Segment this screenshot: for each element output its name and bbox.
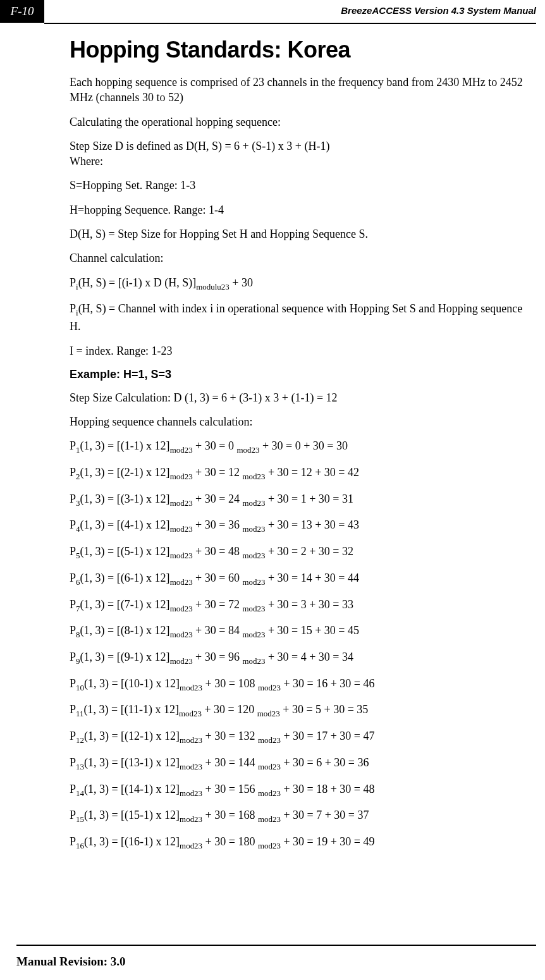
- calculation-list: P1(1, 3) = [(1-1) x 12]mod23 + 30 = 0 mo…: [70, 438, 536, 852]
- page-footer: Manual Revision: 3.0: [16, 945, 536, 969]
- where-label: Where:: [70, 155, 103, 168]
- f2-post: (H, S) = Channel with index i in operati…: [70, 302, 522, 333]
- f1-mid: (H, S) = [(i-1) x D (H, S)]: [78, 276, 197, 289]
- h-def: H=hopping Sequence. Range: 1-4: [70, 202, 536, 217]
- page-title: Hopping Standards: Korea: [70, 37, 536, 63]
- step-size-calc: Step Size Calculation: D (1, 3) = 6 + (3…: [70, 390, 536, 405]
- calc-line-16: P16(1, 3) = [(16-1) x 12]mod23 + 30 = 18…: [70, 834, 536, 852]
- example-heading: Example: H=1, S=3: [70, 368, 536, 381]
- page-header: F-10 BreezeACCESS Version 4.3 System Man…: [0, 0, 545, 23]
- footer-rule: [16, 945, 536, 946]
- hop-calc-label: Hopping sequence channels calculation:: [70, 414, 536, 429]
- page-number-tab: F-10: [0, 0, 44, 23]
- intro-p2: Calculating the operational hopping sequ…: [70, 114, 536, 130]
- calc-line-1: P1(1, 3) = [(1-1) x 12]mod23 + 30 = 0 mo…: [70, 438, 536, 456]
- calc-line-3: P3(1, 3) = [(3-1) x 12]mod23 + 30 = 24 m…: [70, 491, 536, 509]
- calc-line-2: P2(1, 3) = [(2-1) x 12]mod23 + 30 = 12 m…: [70, 465, 536, 482]
- calc-line-4: P4(1, 3) = [(4-1) x 12]mod23 + 30 = 36 m…: [70, 517, 536, 535]
- calc-line-12: P12(1, 3) = [(12-1) x 12]mod23 + 30 = 13…: [70, 728, 536, 746]
- intro-p1: Each hopping sequence is comprised of 23…: [70, 75, 536, 106]
- document-title: BreezeACCESS Version 4.3 System Manual: [44, 0, 545, 23]
- calc-line-14: P14(1, 3) = [(14-1) x 12]mod23 + 30 = 15…: [70, 781, 536, 799]
- channel-calc-label: Channel calculation:: [70, 250, 536, 266]
- calc-line-10: P10(1, 3) = [(10-1) x 12]mod23 + 30 = 10…: [70, 676, 536, 694]
- s-def: S=Hopping Set. Range: 1-3: [70, 178, 536, 193]
- calc-line-5: P5(1, 3) = [(5-1) x 12]mod23 + 30 = 48 m…: [70, 544, 536, 561]
- page-content: Hopping Standards: Korea Each hopping se…: [0, 24, 545, 852]
- d-def: D(H, S) = Step Size for Hopping Set H an…: [70, 226, 536, 242]
- formula-pi: Pi(H, S) = [(i-1) x D (H, S)]modulu23 + …: [70, 275, 536, 293]
- index-def: I = index. Range: 1-23: [70, 343, 536, 358]
- calc-line-9: P9(1, 3) = [(9-1) x 12]mod23 + 30 = 96 m…: [70, 649, 536, 667]
- step-size-def: Step Size D is defined as D(H, S) = 6 + …: [70, 140, 329, 152]
- calc-line-15: P15(1, 3) = [(15-1) x 12]mod23 + 30 = 16…: [70, 807, 536, 825]
- formula-pi-desc: Pi(H, S) = Channel with index i in opera…: [70, 301, 536, 334]
- f1-post: + 30: [230, 276, 253, 289]
- calc-line-8: P8(1, 3) = [(8-1) x 12]mod23 + 30 = 84 m…: [70, 623, 536, 640]
- intro-p3: Step Size D is defined as D(H, S) = 6 + …: [70, 138, 536, 169]
- f1-sub-mod: modulu23: [196, 281, 230, 291]
- manual-revision: Manual Revision: 3.0: [16, 955, 536, 969]
- f1-p: P: [70, 276, 76, 289]
- calc-line-11: P11(1, 3) = [(11-1) x 12]mod23 + 30 = 12…: [70, 702, 536, 720]
- calc-line-13: P13(1, 3) = [(13-1) x 12]mod23 + 30 = 14…: [70, 755, 536, 773]
- calc-line-7: P7(1, 3) = [(7-1) x 12]mod23 + 30 = 72 m…: [70, 597, 536, 615]
- f2-p: P: [70, 302, 76, 315]
- calc-line-6: P6(1, 3) = [(6-1) x 12]mod23 + 30 = 60 m…: [70, 570, 536, 588]
